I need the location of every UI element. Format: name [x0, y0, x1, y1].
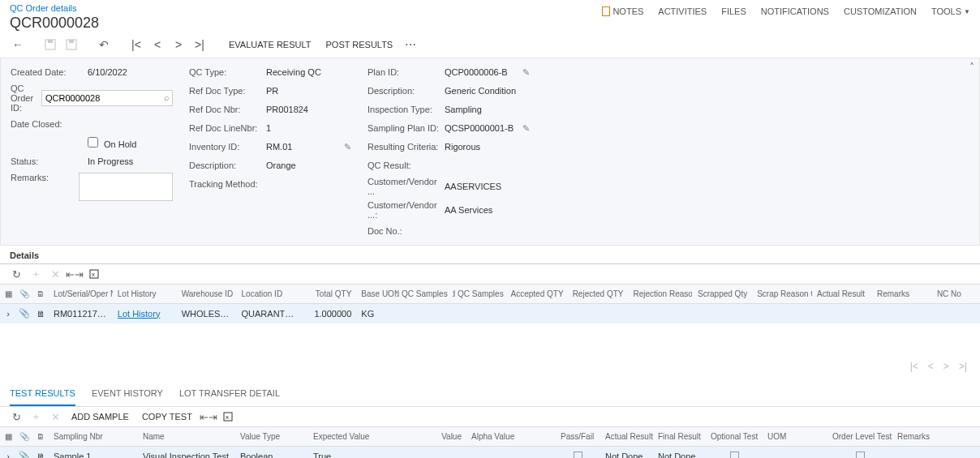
tab-test-results[interactable]: TEST RESULTS	[10, 382, 75, 406]
col-accepted-qty[interactable]: Accepted QTY	[509, 285, 569, 303]
col-remarks[interactable]: Remarks	[892, 427, 949, 446]
col-base-uom[interactable]: Base UOM	[356, 285, 396, 303]
pencil-icon[interactable]: ✎	[344, 142, 351, 152]
col-sampling-nbr[interactable]: Sampling Nbr	[49, 427, 138, 446]
col-actual-result[interactable]: Actual Result	[812, 285, 872, 303]
save-close-icon[interactable]	[63, 36, 80, 53]
export-icon[interactable]: x	[221, 410, 234, 423]
inspection-type-value: Sampling	[445, 105, 530, 114]
copy-test-button[interactable]: COPY TEST	[139, 412, 196, 422]
row-expand-icon[interactable]: ›	[0, 448, 16, 459]
col-value-type[interactable]: Value Type	[235, 427, 308, 446]
cust-vendor2-value: AA Services	[445, 205, 530, 215]
tab-event-history[interactable]: EVENT HISTORY	[92, 382, 163, 406]
remarks-textarea[interactable]	[79, 173, 173, 201]
row-notes-icon[interactable]: 🗎	[32, 306, 49, 322]
search-icon[interactable]: ⌕	[164, 92, 170, 102]
ref-doc-type-value: PR	[266, 86, 351, 96]
qc-order-id-input[interactable]	[41, 90, 173, 106]
col-warehouse[interactable]: Warehouse ID	[177, 285, 237, 303]
col-final-result[interactable]: Final Result	[653, 427, 706, 446]
inspection-type-label: Inspection Type:	[368, 105, 445, 114]
details-row[interactable]: › 📎 🗎 RM01121721... Lot History WHOLESAL…	[0, 304, 980, 323]
col-selector[interactable]: ▦	[0, 427, 16, 446]
cell-pass-fail[interactable]	[556, 448, 600, 458]
tab-lot-transfer[interactable]: LOT TRANSFER DETAIL	[179, 382, 280, 406]
header-notes[interactable]: NOTES	[602, 6, 643, 16]
delete-icon[interactable]: ✕	[49, 268, 62, 280]
header-files[interactable]: FILES	[721, 6, 746, 16]
col-lot-history[interactable]: Lot History	[113, 285, 177, 303]
cell-total-qty: 1.000000	[300, 306, 356, 322]
breadcrumb[interactable]: QC Order details	[10, 3, 602, 13]
col-nc-no[interactable]: NC No	[932, 285, 980, 303]
pager-next: >	[943, 361, 949, 372]
next-record-icon[interactable]: >	[170, 36, 187, 53]
pencil-icon[interactable]: ✎	[522, 123, 530, 134]
col-lot-serial[interactable]: Lot/Serial/Oper Nbr	[49, 285, 113, 303]
row-attach-icon[interactable]: 📎	[16, 447, 32, 458]
col-attach: 📎	[16, 427, 32, 446]
last-record-icon[interactable]: >|	[191, 36, 208, 53]
col-optional-test[interactable]: Optional Test	[706, 427, 763, 446]
cust-vendor-value: AASERVICES	[445, 182, 530, 191]
col-selector[interactable]: ▦	[0, 285, 16, 303]
col-rejection-reason[interactable]: Rejection Reason Code	[628, 285, 692, 303]
lot-history-link[interactable]: Lot History	[118, 309, 161, 319]
col-pass-fail[interactable]: Pass/Fail	[556, 427, 600, 446]
add-sample-button[interactable]: ADD SAMPLE	[68, 412, 132, 422]
col-passed-qc[interactable]: Passed QC Samples	[397, 285, 453, 303]
col-order-level-test[interactable]: Order Level Test	[827, 427, 892, 446]
pencil-icon[interactable]: ✎	[522, 67, 530, 78]
col-actual-result[interactable]: Actual Result	[600, 427, 653, 446]
row-notes-icon[interactable]: 🗎	[32, 448, 49, 459]
svg-text:x: x	[92, 271, 95, 278]
row-attach-icon[interactable]: 📎	[16, 305, 32, 322]
col-name[interactable]: Name	[138, 427, 235, 446]
save-icon[interactable]	[42, 36, 58, 53]
cell-warehouse: WHOLESALE	[177, 306, 237, 322]
col-scrap-reason[interactable]: Scrap Reason Code	[752, 285, 812, 303]
col-value[interactable]: Value	[430, 427, 466, 446]
post-results-button[interactable]: POST RESULTS	[320, 40, 398, 49]
add-icon[interactable]: ＋	[29, 268, 42, 280]
pager-prev: <	[928, 361, 934, 372]
refresh-icon[interactable]: ↻	[10, 410, 23, 423]
header-customization[interactable]: CUSTOMIZATION	[844, 6, 917, 16]
cell-value	[430, 453, 466, 459]
undo-icon[interactable]: ↶	[96, 36, 112, 53]
tools-label: TOOLS	[931, 6, 961, 16]
col-location[interactable]: Location ID	[237, 285, 301, 303]
prev-record-icon[interactable]: <	[149, 36, 165, 53]
row-expand-icon[interactable]: ›	[0, 306, 16, 322]
cell-optional-test[interactable]	[706, 448, 763, 458]
refresh-icon[interactable]: ↻	[10, 268, 23, 280]
more-actions-icon[interactable]: ⋯	[402, 36, 419, 53]
col-remarks[interactable]: Remarks	[872, 285, 932, 303]
fit-icon[interactable]: ⇤⇥	[202, 410, 215, 423]
add-icon[interactable]: ＋	[29, 410, 42, 423]
col-expected-value[interactable]: Expected Value	[308, 427, 430, 446]
back-button[interactable]: ←	[10, 36, 26, 53]
export-icon[interactable]: x	[88, 268, 101, 280]
first-record-icon[interactable]: |<	[128, 36, 144, 53]
col-attach: 📎	[16, 285, 32, 303]
on-hold-checkbox[interactable]	[88, 137, 98, 148]
col-failed-qc[interactable]: Failed QC Samples	[453, 285, 509, 303]
cell-order-level-test[interactable]	[827, 448, 892, 458]
delete-icon[interactable]: ✕	[49, 410, 62, 423]
col-notes: 🗎	[32, 427, 49, 446]
collapse-chevron-icon[interactable]: ˄	[969, 62, 974, 73]
col-total-qty[interactable]: Total QTY	[300, 285, 356, 303]
fit-icon[interactable]: ⇤⇥	[68, 268, 81, 280]
header-activities[interactable]: ACTIVITIES	[658, 6, 707, 16]
col-rejected-qty[interactable]: Rejected QTY	[569, 285, 629, 303]
col-scrapped-qty[interactable]: Scrapped Qty	[692, 285, 752, 303]
header-notifications[interactable]: NOTIFICATIONS	[761, 6, 829, 16]
col-alpha-value[interactable]: Alpha Value	[466, 427, 556, 446]
evaluate-result-button[interactable]: EVALUATE RESULT	[224, 40, 316, 49]
header-tools[interactable]: TOOLS ▼	[931, 6, 970, 16]
col-uom[interactable]: UOM	[763, 427, 827, 446]
test-row[interactable]: ›📎🗎Sample 1Visual Inspection TestBoolean…	[0, 447, 980, 458]
qc-order-id-label: QC Order ID:	[11, 83, 41, 113]
